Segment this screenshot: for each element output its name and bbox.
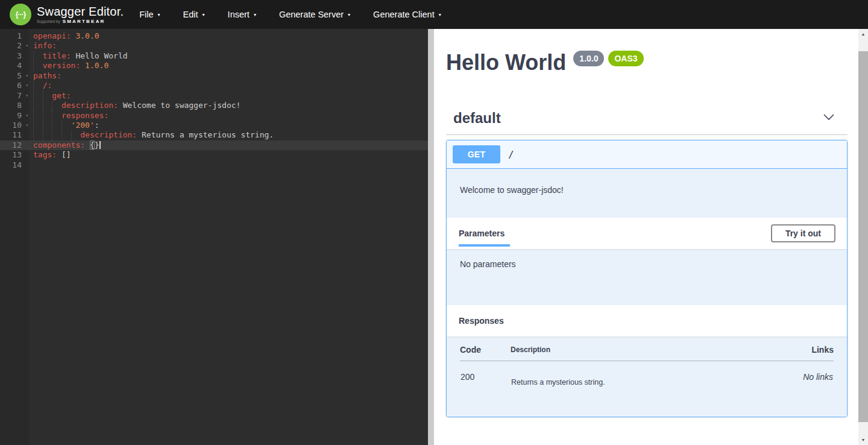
code-text: version: 1.0.0 (29, 61, 428, 71)
preview-scrollbar[interactable]: ▲ ▼ (858, 29, 868, 445)
version-badge: 1.0.0 (573, 51, 604, 66)
code-text (29, 160, 428, 170)
code-text: title: Hello World (29, 51, 428, 61)
operation-path: / (508, 149, 514, 160)
fold-icon[interactable]: ▾ (25, 111, 28, 121)
brand-name: Swagger Editor. (37, 5, 124, 17)
editor-scrollbar[interactable] (428, 29, 434, 445)
responses-header-description: Description (511, 336, 753, 361)
responses-heading: Responses (459, 316, 504, 326)
code-text: openapi: 3.0.0 (29, 31, 428, 41)
caret-down-icon: ▾ (348, 12, 350, 17)
text-cursor (99, 141, 101, 149)
opblock-get: GET / Welcome to swagger-jsdoc! Paramete… (446, 140, 848, 417)
editor-line[interactable]: 8description: Welcome to swagger-jsdoc! (0, 101, 428, 110)
code-text: info: (29, 41, 428, 51)
smartbear-label: SMARTBEAR (63, 19, 105, 24)
tab-parameters[interactable]: Parameters (459, 229, 505, 238)
responses-header-links: Links (753, 336, 834, 361)
editor-line[interactable]: 9▾responses: (0, 111, 428, 121)
responses-header: Responses (447, 305, 847, 336)
menu-generate-client-label: Generate Client (373, 10, 435, 19)
fold-icon[interactable]: ▾ (25, 81, 28, 90)
response-description: Returns a mysterious string. (511, 361, 753, 388)
menu-edit[interactable]: Edit ▾ (183, 5, 205, 24)
menu-file[interactable]: File ▾ (139, 5, 160, 24)
line-number: 4 (0, 61, 29, 71)
menu-edit-label: Edit (183, 10, 198, 19)
editor-line[interactable]: 13tags: [] (0, 150, 428, 160)
editor-line[interactable]: 11description: Returns a mysterious stri… (0, 130, 428, 140)
code-text: description: Returns a mysterious string… (29, 130, 428, 140)
swagger-ui-preview: Hello World 1.0.0 OAS3 default GET / Wel… (434, 29, 858, 445)
code-text: components: {} (29, 140, 428, 150)
api-info: Hello World 1.0.0 OAS3 (446, 29, 848, 74)
api-badges: 1.0.0 OAS3 (573, 51, 643, 66)
line-number: 11 (0, 130, 29, 140)
fold-icon[interactable]: ▾ (25, 41, 28, 51)
line-number: 14 (0, 160, 29, 170)
yaml-code-editor[interactable]: 1openapi: 3.0.02▾info:3title: Hello Worl… (0, 29, 428, 445)
line-number: 1 (0, 31, 29, 41)
editor-line[interactable]: 7▾get: (0, 91, 428, 101)
editor-line[interactable]: 10▾'200': (0, 121, 428, 130)
brand: Swagger Editor. Supported by SMARTBEAR (37, 5, 124, 24)
fold-icon[interactable]: ▾ (25, 121, 28, 130)
fold-icon[interactable]: ▾ (25, 71, 28, 81)
responses-header-code: Code (460, 336, 511, 361)
response-links: No links (753, 361, 834, 388)
line-number: 9▾ (0, 111, 29, 121)
swagger-editor-app: {···} Swagger Editor. Supported by SMART… (0, 0, 868, 445)
line-number: 10▾ (0, 121, 29, 130)
operation-summary[interactable]: GET / (447, 140, 847, 169)
editor-line[interactable]: 6▾/: (0, 81, 428, 90)
scroll-up-icon[interactable]: ▲ (858, 29, 868, 39)
editor-line[interactable]: 14 (0, 160, 428, 170)
responses-body: Code Description Links 200 Returns a mys… (447, 336, 847, 417)
editor-line[interactable]: 4version: 1.0.0 (0, 61, 428, 71)
menu-generate-client[interactable]: Generate Client ▾ (373, 5, 441, 24)
swagger-logo-icon: {···} (10, 4, 31, 25)
line-number: 3 (0, 51, 29, 61)
editor-line[interactable]: 1openapi: 3.0.0 (0, 31, 428, 41)
top-menu-bar: {···} Swagger Editor. Supported by SMART… (0, 0, 868, 29)
operation-description: Welcome to swagger-jsdoc! (447, 169, 847, 218)
response-code: 200 (460, 361, 511, 388)
menu-file-label: File (139, 10, 153, 19)
oas3-badge: OAS3 (608, 51, 643, 66)
caret-down-icon: ▾ (439, 12, 441, 17)
editor-line[interactable]: 12components: {} (0, 140, 428, 150)
code-text: description: Welcome to swagger-jsdoc! (29, 101, 428, 110)
scroll-down-icon[interactable]: ▼ (858, 435, 868, 445)
menu-bar: File ▾ Edit ▾ Insert ▾ Generate Server ▾… (139, 5, 464, 24)
logo-braces-glyph: {···} (16, 10, 25, 19)
code-text: responses: (29, 111, 428, 121)
code-text: get: (29, 91, 428, 101)
fold-icon[interactable]: ▾ (25, 91, 28, 101)
line-number: 7▾ (0, 91, 29, 101)
scrollbar-thumb[interactable] (858, 51, 868, 422)
brand-subtitle: Supported by SMARTBEAR (37, 19, 124, 24)
get-method-badge[interactable]: GET (453, 145, 500, 163)
code-text: /: (29, 81, 428, 90)
editor-lines: 1openapi: 3.0.02▾info:3title: Hello Worl… (0, 31, 428, 170)
editor-line[interactable]: 5▾paths: (0, 71, 428, 81)
menu-insert[interactable]: Insert ▾ (228, 5, 256, 24)
code-text: paths: (29, 71, 428, 81)
menu-insert-label: Insert (228, 10, 250, 19)
no-parameters-message: No parameters (447, 249, 847, 305)
line-number: 6▾ (0, 81, 29, 90)
tag-name: default (453, 111, 501, 125)
menu-generate-server[interactable]: Generate Server ▾ (279, 5, 350, 24)
caret-down-icon: ▾ (254, 12, 256, 17)
code-text: tags: [] (29, 150, 428, 160)
chevron-down-icon[interactable] (822, 113, 835, 121)
table-row: 200 Returns a mysterious string. No link… (460, 361, 834, 388)
tag-section-default[interactable]: default (446, 111, 848, 135)
try-it-out-button[interactable]: Try it out (771, 224, 835, 242)
menu-generate-server-label: Generate Server (279, 10, 344, 19)
editor-line[interactable]: 2▾info: (0, 41, 428, 51)
supported-by-label: Supported by (37, 20, 60, 24)
preview-content: Hello World 1.0.0 OAS3 default GET / Wel… (434, 29, 858, 417)
editor-line[interactable]: 3title: Hello World (0, 51, 428, 61)
